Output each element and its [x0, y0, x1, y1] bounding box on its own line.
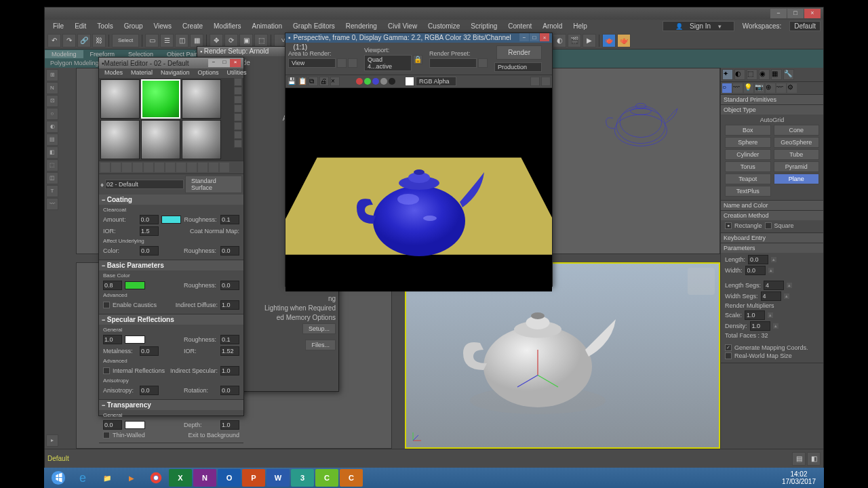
3dsmax-icon[interactable]: 3 — [291, 469, 314, 487]
teapot-button[interactable]: Teapot — [725, 174, 771, 184]
spinner-up[interactable]: ▴ — [771, 257, 776, 262]
spinner-up[interactable]: ▴ — [768, 312, 773, 318]
spec-ior-input[interactable] — [220, 346, 239, 356]
utilities-tab[interactable]: 🔧 — [783, 69, 794, 80]
blue-channel[interactable] — [372, 78, 379, 85]
rotation-input[interactable] — [220, 386, 239, 395]
tool-icon[interactable]: ▤ — [46, 134, 58, 146]
make-preview[interactable] — [234, 122, 242, 130]
tool-icon[interactable]: T — [46, 185, 58, 197]
color-input[interactable] — [140, 246, 159, 256]
menu-create[interactable]: Create — [177, 21, 208, 31]
scale-button[interactable]: ▣ — [239, 34, 253, 47]
menu-file[interactable]: File — [47, 21, 69, 31]
menu-arnold[interactable]: Arnold — [537, 21, 568, 31]
spinner-up[interactable]: ▴ — [784, 293, 789, 299]
menu-tools[interactable]: Tools — [92, 21, 118, 31]
render-button[interactable]: Render — [496, 45, 542, 60]
name-color-header[interactable]: Name and Color — [721, 201, 823, 210]
name-icon[interactable]: N — [46, 82, 58, 94]
material-name-input[interactable] — [105, 180, 184, 189]
unlink-button[interactable]: ⛓ — [92, 34, 106, 47]
intrefl-check[interactable] — [103, 367, 110, 374]
menu-civilview[interactable]: Civil View — [382, 21, 422, 31]
mono-channel[interactable] — [389, 78, 395, 85]
keyboard-entry-header[interactable]: Keyboard Entry — [721, 233, 823, 243]
me-minimize[interactable]: − — [208, 59, 219, 67]
spec-color[interactable] — [125, 336, 145, 344]
app-icon[interactable]: C — [315, 469, 338, 487]
reset-map[interactable] — [133, 163, 142, 172]
me-close[interactable]: × — [230, 59, 241, 67]
realworld-check[interactable] — [725, 352, 732, 359]
spinner-up[interactable]: ▴ — [773, 323, 778, 329]
tube-button[interactable]: Tube — [774, 149, 820, 160]
outlook-icon[interactable]: O — [218, 469, 241, 487]
me-maximize[interactable]: □ — [219, 59, 230, 67]
assign-material[interactable] — [122, 163, 132, 172]
ie-icon[interactable]: e — [71, 469, 94, 487]
move-button[interactable]: ✥ — [210, 34, 223, 47]
background[interactable] — [234, 96, 242, 104]
menu-edit[interactable]: Edit — [69, 21, 92, 31]
spinner-up[interactable]: ▴ — [768, 268, 774, 273]
cylinder-button[interactable]: Cylinder — [725, 149, 771, 160]
trans-input[interactable] — [103, 420, 122, 430]
base-rough-input[interactable] — [220, 281, 239, 290]
material-editor-titlebar[interactable]: ▪Material Editor - 02 - Default −□× — [99, 58, 243, 68]
material-slot-1[interactable] — [100, 79, 140, 119]
amount-input[interactable] — [140, 215, 159, 224]
options-icon[interactable] — [234, 131, 242, 139]
display-tab[interactable]: ▦ — [771, 69, 782, 80]
teapot-icon[interactable]: 🫖 — [602, 34, 616, 47]
material-slot-4[interactable] — [100, 120, 140, 159]
slot-tool[interactable]: ▤ — [792, 452, 806, 466]
torus-button[interactable]: Torus — [725, 161, 771, 172]
create-tab[interactable]: ✦ — [722, 69, 733, 80]
red-channel[interactable] — [356, 78, 363, 85]
material-slot-3[interactable] — [182, 79, 221, 119]
area-tool[interactable] — [337, 58, 347, 68]
tool-icon[interactable]: ○ — [46, 108, 58, 120]
textplus-button[interactable]: TextPlus — [725, 186, 771, 197]
tool-icon[interactable]: ◐ — [46, 121, 58, 133]
rectangle-radio[interactable]: ● — [725, 222, 732, 229]
roughness-input[interactable] — [220, 215, 239, 224]
color-swatch[interactable] — [405, 77, 414, 86]
base-color-swatch[interactable] — [125, 281, 145, 289]
area-dropdown[interactable]: View — [288, 58, 336, 68]
length-input[interactable] — [748, 255, 768, 264]
lights-subtab[interactable]: 💡 — [744, 83, 753, 93]
primitives-dropdown[interactable]: Standard Primitives — [721, 95, 823, 104]
select-region[interactable]: ◫ — [175, 34, 189, 47]
transparency-header[interactable]: − Transparency — [99, 400, 243, 410]
coating-header[interactable]: − Coating — [99, 195, 243, 205]
menu-animation[interactable]: Animation — [247, 21, 288, 31]
preset-tool[interactable] — [478, 58, 488, 68]
viewcube[interactable] — [688, 268, 715, 295]
systems-subtab[interactable]: ⚙ — [787, 83, 797, 93]
clone-image[interactable]: ⧉ — [309, 77, 318, 86]
render-output-titlebar[interactable]: ▪Perspective, frame 0, Display Gamma: 2.… — [285, 33, 552, 43]
slot-tool[interactable]: ◧ — [807, 452, 821, 466]
hierarchy-tab[interactable]: ⬚ — [747, 69, 757, 80]
menu-scripting[interactable]: Scripting — [465, 21, 502, 31]
expand-icon[interactable]: ▸ — [46, 434, 58, 447]
select-object[interactable]: ▭ — [145, 34, 159, 47]
go-forward[interactable] — [220, 163, 229, 172]
width-input[interactable] — [745, 266, 766, 275]
select-name[interactable]: ☰ — [160, 34, 174, 47]
geosphere-button[interactable]: GeoSphere — [774, 137, 820, 148]
tool-icon[interactable]: 〰 — [46, 198, 58, 210]
put-material[interactable] — [111, 163, 121, 172]
viewport-dropdown[interactable]: Quad 4...active — [364, 55, 412, 71]
me-menu-modes[interactable]: Modes — [100, 68, 127, 78]
explorer-icon[interactable]: 📁 — [96, 469, 119, 487]
ribbon-modeling[interactable]: Modeling — [45, 50, 83, 58]
caustics-check[interactable] — [103, 302, 110, 308]
copy-image[interactable]: 📋 — [298, 77, 307, 86]
undo-button[interactable]: ↶ — [47, 34, 61, 47]
menu-views[interactable]: Views — [149, 21, 178, 31]
toggle-ui[interactable] — [530, 77, 540, 86]
media-player-icon[interactable]: ▶ — [120, 469, 143, 487]
